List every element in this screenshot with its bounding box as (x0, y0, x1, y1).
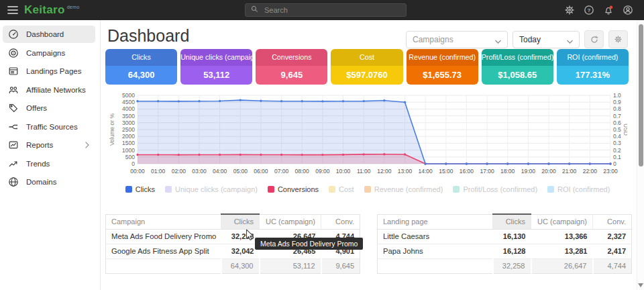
date-range-select[interactable]: Today (513, 31, 580, 48)
notifications-bell-icon[interactable] (603, 5, 614, 15)
column-header-clicks[interactable]: Clicks (493, 214, 531, 229)
svg-text:1.0: 1.0 (613, 92, 621, 99)
notification-dot (610, 6, 613, 9)
column-header-conv[interactable]: Conv. (593, 214, 632, 229)
legend-label: Unique clicks (campaign) (175, 185, 258, 193)
svg-text:12:00: 12:00 (377, 168, 392, 175)
legend-item-conversions[interactable]: Conversions (268, 185, 319, 193)
cell-value: 2,417 (593, 244, 632, 258)
metric-card-clicks: Clicks64,300 (105, 49, 177, 85)
metric-label: Unique clicks (campaign) (180, 49, 252, 66)
legend-swatch (329, 186, 335, 193)
svg-text:1000: 1000 (122, 147, 135, 154)
legend-swatch (125, 186, 132, 193)
settings-gear-icon[interactable] (564, 5, 575, 15)
chevron-down-icon (567, 37, 573, 42)
svg-text:0.6: 0.6 (613, 119, 621, 126)
svg-text:05:00: 05:00 (233, 168, 248, 175)
global-search[interactable] (245, 3, 407, 17)
svg-text:4000: 4000 (122, 105, 135, 112)
column-header-landing-page[interactable]: Landing page (378, 214, 493, 229)
gear-icon (614, 35, 623, 44)
sidebar-item-campaigns[interactable]: Campaigns (3, 44, 95, 62)
total-value: 9,645 (321, 258, 360, 273)
offers-icon (8, 103, 19, 113)
refresh-button[interactable] (584, 30, 604, 48)
column-header-campaign[interactable]: Campaign (106, 214, 221, 229)
y-axis-label-right: USD (623, 124, 627, 136)
account-icon[interactable] (623, 5, 633, 15)
svg-text:4500: 4500 (122, 99, 135, 105)
svg-text:500: 500 (125, 154, 135, 160)
column-header-conv[interactable]: Conv. (321, 214, 360, 229)
svg-text:0.2: 0.2 (613, 147, 621, 154)
legend-label: ROI (confirmed) (557, 185, 610, 193)
campaigns-select[interactable]: Campaigns (406, 31, 508, 48)
sidebar-item-label: Trends (26, 160, 50, 168)
legend-item-roi-confirmed[interactable]: ROI (confirmed) (547, 185, 610, 193)
svg-text:00:00: 00:00 (130, 168, 145, 175)
traffic-chart-svg[interactable]: 0500100015002000250030003500400045005000… (107, 91, 627, 179)
total-value: 4,744 (593, 258, 632, 273)
column-header-uc-campaign[interactable]: UC (campaign) (260, 214, 321, 229)
svg-text:07:00: 07:00 (274, 168, 289, 175)
legend-label: Cost (339, 185, 354, 193)
legend-swatch (547, 186, 554, 193)
sidebar-item-landings-pages[interactable]: Landings Pages (3, 62, 95, 80)
sidebar-item-trends[interactable]: Trends (3, 155, 95, 173)
scrollbar-down-arrow[interactable] (638, 283, 643, 287)
cell-name: Google Ads Fitness App Split (106, 244, 221, 258)
metric-value: $1,655.73 (407, 66, 478, 85)
help-icon[interactable]: ? (584, 5, 594, 15)
legend-item-revenue-confirmed[interactable]: Revenue (confirmed) (364, 185, 443, 193)
legend-swatch (364, 186, 371, 193)
dashboard-chart[interactable]: 0500100015002000250030003500400045005000… (107, 91, 627, 179)
metric-card-revenue-confirmed: Revenue (confirmed)$1,655.73 (407, 49, 478, 85)
metric-card-cost: Cost$597.0760 (331, 49, 402, 85)
topbar-icons: ? (564, 0, 633, 20)
page-scrollbar[interactable] (637, 20, 644, 290)
svg-text:0.1: 0.1 (613, 154, 621, 160)
sidebar-item-reports[interactable]: Reports (3, 136, 95, 154)
cell-value: 16,128 (493, 244, 531, 258)
svg-text:21:00: 21:00 (562, 168, 577, 175)
svg-text:?: ? (588, 7, 591, 13)
scrollbar-thumb[interactable] (639, 24, 643, 166)
widget-settings-button[interactable] (608, 30, 628, 48)
metric-label: Conversions (256, 49, 327, 66)
sidebar: DashboardCampaignsLandings PagesAffiliat… (0, 20, 101, 290)
metric-value: 177.31% (557, 66, 629, 85)
svg-text:2500: 2500 (122, 126, 135, 133)
sidebar-item-traffic-sources[interactable]: Traffic Sources (3, 118, 95, 136)
sidebar-item-offers[interactable]: Offers (3, 99, 95, 117)
table-row[interactable]: Little Caesars16,13013,3662,327 (378, 229, 632, 244)
svg-text:14:00: 14:00 (418, 168, 433, 175)
column-header-uc-campaign[interactable]: UC (campaign) (531, 214, 593, 229)
legend-item-profit-loss-confirmed[interactable]: Profit/Loss (confirmed) (453, 185, 537, 193)
sidebar-item-label: Affiliate Networks (26, 86, 86, 94)
legend-item-clicks[interactable]: Clicks (125, 185, 155, 193)
search-input[interactable] (263, 5, 401, 15)
svg-text:23:00: 23:00 (603, 168, 618, 175)
svg-text:11:00: 11:00 (357, 168, 371, 175)
svg-text:19:00: 19:00 (521, 168, 536, 175)
svg-text:0.5: 0.5 (613, 126, 621, 133)
column-header-clicks[interactable]: Clicks (221, 214, 260, 229)
trends-icon (8, 158, 19, 169)
svg-text:15:00: 15:00 (439, 168, 453, 175)
cell-value: 13,281 (531, 244, 593, 258)
sidebar-item-label: Offers (26, 104, 47, 112)
sidebar-item-dashboard[interactable]: Dashboard (3, 26, 95, 43)
cell-value: 32,042 (221, 244, 260, 258)
legend-item-unique-clicks-campaign[interactable]: Unique clicks (campaign) (165, 185, 258, 193)
hamburger-menu-icon[interactable] (7, 5, 19, 15)
sidebar-item-affiliate-networks[interactable]: Affiliate Networks (3, 81, 95, 99)
legend-label: Revenue (confirmed) (374, 185, 443, 193)
sidebar-item-domains[interactable]: Domains (3, 173, 95, 191)
legend-item-cost[interactable]: Cost (329, 185, 354, 193)
table-row[interactable]: Papa Johns16,12813,2812,417 (378, 244, 632, 258)
traffic-icon (8, 122, 19, 132)
keitaro-logo[interactable]: Keitarodemo (24, 3, 79, 17)
svg-text:08:00: 08:00 (295, 168, 310, 175)
metric-value: $1,058.65 (482, 66, 553, 85)
